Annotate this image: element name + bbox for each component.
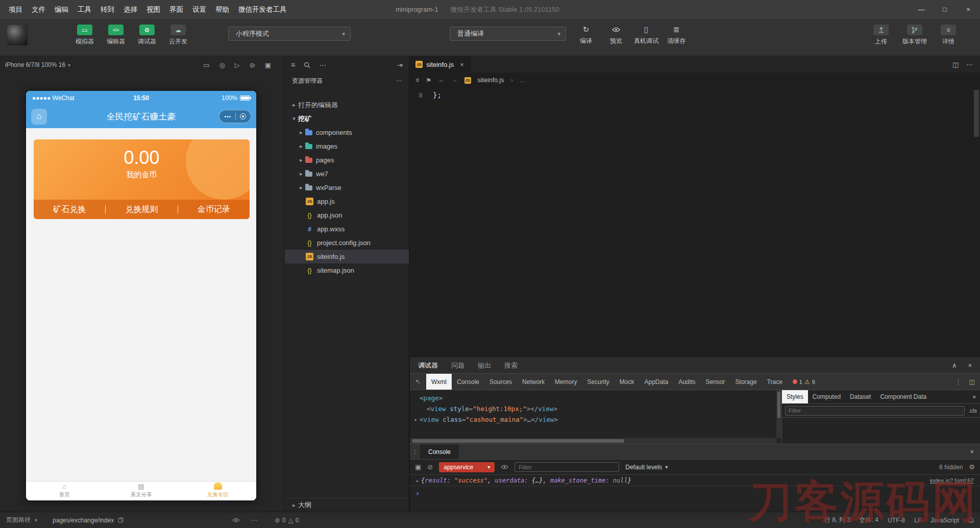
simulator-toggle-button[interactable]: 模拟器	[71, 25, 98, 46]
expand-panel-icon[interactable]	[952, 362, 957, 369]
cloud-dev-button[interactable]: 云开发	[165, 25, 191, 46]
maximize-button[interactable]	[933, 0, 957, 19]
console-settings-icon[interactable]	[969, 463, 975, 471]
outline-icon[interactable]	[415, 77, 419, 84]
drawer-tab-search[interactable]: 搜索	[504, 361, 518, 370]
drawer-tab-debugger[interactable]: 调试器	[418, 361, 438, 370]
multi-window-icon[interactable]	[265, 61, 271, 69]
inspect-icon[interactable]	[219, 61, 225, 69]
devtools-tab-mock[interactable]: Mock	[615, 374, 640, 390]
console-sidebar-icon[interactable]	[415, 463, 421, 471]
tab-dataset[interactable]: Dataset	[845, 390, 875, 403]
upload-button[interactable]: 上传	[868, 25, 894, 46]
menu-interface[interactable]: 界面	[165, 0, 188, 19]
wxml-node[interactable]: <view style="height:10px;"></view>	[412, 403, 781, 414]
search-icon[interactable]	[304, 62, 310, 68]
tree-file-app-wxss[interactable]: app.wxss	[285, 222, 409, 236]
drawer-tab-output[interactable]: 输出	[478, 361, 491, 370]
close-tab-icon[interactable]	[460, 61, 464, 68]
tree-section-open-editors[interactable]: 打开的编辑器	[285, 98, 409, 112]
details-button[interactable]: 详情	[935, 25, 962, 46]
menu-select[interactable]: 选择	[119, 0, 142, 19]
more-tabs-icon[interactable]: »	[972, 390, 980, 403]
language-mode[interactable]: JavaScript	[930, 517, 959, 524]
menu-view[interactable]: 视图	[142, 0, 165, 19]
drawer-tab-problems[interactable]: 问题	[451, 361, 464, 370]
devtools-tab-console[interactable]: Console	[452, 374, 484, 390]
code-line[interactable]: 8 };	[409, 90, 980, 100]
ore-exchange-button[interactable]: 矿石兑换	[34, 204, 105, 215]
devtools-tab-sensor[interactable]: Sensor	[701, 374, 730, 390]
wxml-tree-pane[interactable]: <page> <view style="height:10px;"></view…	[410, 390, 781, 444]
wxml-node[interactable]: <page>	[412, 393, 781, 403]
tree-folder-pages[interactable]: pages	[285, 153, 409, 167]
console-tab[interactable]: Console	[420, 444, 459, 459]
compile-config-select[interactable]: 普通编译	[450, 27, 566, 41]
console-log-area[interactable]: {result: "success", userdata: {…}, make_…	[410, 475, 980, 512]
devtools-tab-appdata[interactable]: AppData	[639, 374, 673, 390]
breadcrumb-symbol[interactable]: …	[520, 77, 526, 84]
tree-file-app-js[interactable]: app.js	[285, 195, 409, 208]
watch-icon[interactable]	[232, 518, 240, 522]
eol-setting[interactable]: LF	[914, 517, 921, 524]
menu-edit[interactable]: 编辑	[50, 0, 73, 19]
tree-folder-images[interactable]: images	[285, 139, 409, 153]
tree-file-siteinfo[interactable]: siteinfo.js	[285, 250, 409, 263]
device-select-value[interactable]: iPhone 6/7/8 100% 16	[5, 61, 65, 68]
tab-articles[interactable]: 美文分享	[103, 482, 179, 500]
devtools-tab-audits[interactable]: Audits	[673, 374, 700, 390]
live-expression-eye-icon[interactable]	[501, 465, 508, 469]
tab-computed[interactable]: Computed	[808, 390, 845, 403]
editor-tab-siteinfo[interactable]: siteinfo.js	[409, 56, 471, 73]
tab-home[interactable]: 首页	[26, 482, 103, 500]
indentation-setting[interactable]: 空格: 4	[860, 516, 878, 524]
editor-more-icon[interactable]	[966, 61, 973, 68]
debugger-toggle-button[interactable]: 调试器	[134, 25, 160, 46]
problems-summary[interactable]: 0 0	[275, 517, 299, 524]
devtools-tab-wxml[interactable]: Wxml	[426, 374, 452, 390]
close-console-icon[interactable]	[970, 444, 980, 459]
wxml-node[interactable]: <view class="cashout_maina">…</view>	[412, 414, 781, 425]
inspect-element-icon[interactable]	[410, 374, 426, 390]
editor-toggle-button[interactable]: 编辑器	[103, 25, 129, 46]
tree-root-project[interactable]: 挖矿	[285, 112, 409, 126]
menu-tools[interactable]: 工具	[73, 0, 96, 19]
log-levels-select[interactable]: Default levels	[625, 464, 668, 471]
devtools-tab-network[interactable]: Network	[517, 374, 550, 390]
encoding-setting[interactable]: UTF-8	[888, 517, 905, 524]
minimize-button[interactable]	[910, 0, 933, 19]
console-prompt[interactable]	[410, 486, 980, 500]
editor-scrollbar[interactable]	[974, 90, 979, 137]
devtools-tab-memory[interactable]: Memory	[550, 374, 582, 390]
console-filter-input[interactable]	[514, 462, 619, 472]
bookmark-icon[interactable]	[426, 77, 431, 84]
mute-icon[interactable]	[250, 61, 255, 69]
tab-exchange[interactable]: 兑换专区	[180, 482, 256, 500]
styles-filter-input[interactable]	[785, 406, 965, 416]
send-icon[interactable]	[235, 61, 240, 69]
explorer-more-icon[interactable]	[319, 61, 326, 69]
issue-badges[interactable]: 1 9	[793, 374, 815, 390]
tree-folder-components[interactable]: components	[285, 126, 409, 139]
status-more-icon[interactable]	[251, 517, 257, 524]
tab-styles[interactable]: Styles	[782, 390, 808, 403]
navigate-forward-icon[interactable]	[451, 77, 458, 84]
wxml-horizontal-scrollbar[interactable]	[410, 438, 776, 444]
chevron-down-icon[interactable]	[68, 62, 70, 68]
dock-side-icon[interactable]	[969, 378, 975, 386]
tree-file-app-json[interactable]: app.json	[285, 208, 409, 222]
devtools-menu-icon[interactable]	[955, 378, 962, 386]
menu-goto[interactable]: 转到	[96, 0, 119, 19]
tree-file-project-config[interactable]: project.config.json	[285, 236, 409, 250]
menu-help[interactable]: 帮助	[211, 0, 234, 19]
tree-file-sitemap[interactable]: sitemap.json	[285, 263, 409, 277]
menu-project[interactable]: 项目	[4, 0, 27, 19]
console-log-entry[interactable]: {result: "success", userdata: {…}, make_…	[410, 475, 980, 486]
page-path-label[interactable]: 页面路径	[6, 516, 31, 524]
capsule-menu-icon[interactable]	[224, 114, 231, 119]
preview-button[interactable]: 预览	[603, 25, 629, 45]
wxml-vertical-scrollbar[interactable]	[776, 390, 781, 438]
compile-button[interactable]: 编译	[573, 25, 599, 45]
clear-cache-button[interactable]: 清缓存	[663, 25, 690, 45]
menu-devtools[interactable]: 微信开发者工具	[234, 0, 291, 19]
